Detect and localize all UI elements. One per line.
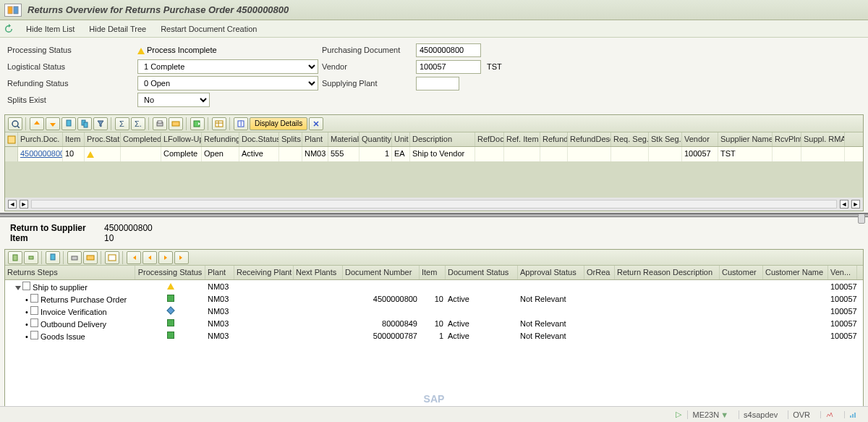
log-status-select[interactable]: 1 Complete: [137, 59, 318, 74]
col-rcvplnt[interactable]: RcvPlnt: [773, 132, 801, 146]
cell-procstat: [85, 147, 121, 161]
warning-icon: [137, 48, 145, 54]
hide-detail-tree-button[interactable]: Hide Detail Tree: [86, 23, 149, 35]
col-qty[interactable]: Quantity: [359, 132, 392, 146]
vscroll-handle[interactable]: [858, 214, 865, 224]
layout-icon[interactable]: [212, 117, 226, 130]
col-plant[interactable]: Plant: [302, 132, 328, 146]
chevron-down-icon[interactable]: [15, 286, 21, 290]
th-procstat[interactable]: Processing Status: [135, 266, 205, 279]
prev-icon[interactable]: [142, 251, 157, 264]
col-procstat[interactable]: Proc.Stat.: [85, 132, 121, 146]
col-refund[interactable]: Refund: [540, 132, 568, 146]
col-item[interactable]: Item: [63, 132, 85, 146]
print-icon[interactable]: [153, 117, 167, 130]
col-supplier[interactable]: Supplier Name: [718, 132, 773, 146]
find-next-icon[interactable]: [77, 117, 92, 130]
th-rcvplant[interactable]: Receiving Plant: [234, 266, 294, 279]
col-stkseg[interactable]: Stk Seg.: [649, 132, 682, 146]
display-details-button[interactable]: Display Details: [250, 117, 307, 130]
col-unit[interactable]: Unit: [392, 132, 410, 146]
col-vendor[interactable]: Vendor: [682, 132, 718, 146]
col-refunddesc[interactable]: RefundDesc: [568, 132, 611, 146]
splitter[interactable]: [0, 213, 868, 217]
find-tree-icon[interactable]: [46, 251, 60, 264]
last-icon[interactable]: [174, 251, 189, 264]
sb-icon2[interactable]: [844, 411, 862, 418]
first-icon[interactable]: [127, 251, 141, 264]
col-lfu[interactable]: LFollow-Up: [161, 132, 202, 146]
refresh-icon[interactable]: [3, 23, 14, 35]
th-steps[interactable]: Returns Steps: [5, 266, 135, 279]
subtotal-icon[interactable]: Σ.: [131, 117, 145, 130]
next-icon[interactable]: [158, 251, 173, 264]
cell-purchdoc[interactable]: 4500000800: [18, 147, 63, 161]
scroll-track[interactable]: [31, 200, 837, 208]
th-item[interactable]: Item: [420, 266, 446, 279]
doc-icon: [30, 318, 38, 327]
th-reason[interactable]: Return Reason Description: [615, 266, 720, 279]
close-icon[interactable]: [309, 117, 323, 130]
col-completed[interactable]: Completed: [121, 132, 161, 146]
collapse-all-icon[interactable]: [24, 251, 38, 264]
ref-status-select[interactable]: 0 Open: [137, 76, 318, 90]
print-tree-icon[interactable]: [67, 251, 82, 264]
info-icon[interactable]: i: [234, 117, 248, 130]
expand-all-icon[interactable]: [8, 251, 22, 264]
tree-row[interactable]: • Outbound DeliveryNM038000084910ActiveN…: [5, 317, 863, 329]
col-refunding[interactable]: Refunding: [202, 132, 239, 146]
sort-desc-icon[interactable]: [46, 117, 60, 130]
sum-icon[interactable]: Σ: [115, 117, 129, 130]
restart-doc-button[interactable]: Restart Document Creation: [158, 23, 260, 35]
splits-select[interactable]: No: [137, 93, 210, 107]
item-value: 10: [104, 233, 114, 243]
col-purchdoc[interactable]: Purch.Doc.: [18, 132, 63, 146]
col-docstatus[interactable]: Doc.Status: [239, 132, 279, 146]
svg-rect-27: [854, 413, 856, 418]
grid-row[interactable]: 4500000800 10 Complete Open Active NM03 …: [5, 147, 863, 161]
col-supplrma[interactable]: Suppl. RMA: [801, 132, 845, 146]
purch-doc-input[interactable]: [416, 43, 481, 57]
export-icon[interactable]: [190, 117, 205, 130]
col-config-icon[interactable]: [105, 251, 119, 264]
export-tree-icon[interactable]: [83, 251, 98, 264]
find-icon[interactable]: [61, 117, 76, 130]
view-icon[interactable]: [169, 117, 183, 130]
scroll-left-icon[interactable]: ◄: [8, 200, 17, 208]
col-refitem[interactable]: Ref. Item: [504, 132, 540, 146]
scroll-right2-icon[interactable]: ►: [851, 200, 860, 208]
tree-row[interactable]: • Goods IssueNM0350000007871ActiveNot Re…: [5, 329, 863, 342]
col-reqseg[interactable]: Req. Seg.: [611, 132, 649, 146]
menu-bar: Hide Item List Hide Detail Tree Restart …: [0, 20, 868, 38]
th-dstat[interactable]: Document Status: [446, 266, 518, 279]
filter-icon[interactable]: [93, 117, 108, 130]
sort-asc-icon[interactable]: [30, 117, 44, 130]
col-desc[interactable]: Description: [410, 132, 475, 146]
tree-row[interactable]: Ship to supplierNM03100057: [5, 280, 863, 292]
vendor-input[interactable]: [416, 60, 481, 74]
th-customer[interactable]: Customer: [720, 266, 763, 279]
select-all-icon[interactable]: [5, 132, 18, 146]
col-refdoc[interactable]: RefDoc: [475, 132, 504, 146]
col-splits[interactable]: Splits: [279, 132, 302, 146]
hide-item-list-button[interactable]: Hide Item List: [23, 23, 77, 35]
th-approval[interactable]: Approval Status: [518, 266, 584, 279]
row-selector[interactable]: [5, 147, 18, 161]
tree-row[interactable]: • Invoice VerificationNM03100057: [5, 305, 863, 317]
grid-toolbar: Σ Σ. i Display Details: [5, 115, 863, 132]
scroll-left2-icon[interactable]: ◄: [840, 200, 848, 208]
sb-icon1[interactable]: [820, 411, 838, 418]
svg-text:i: i: [240, 120, 242, 127]
grid-hscroll[interactable]: ◄ ► ◄ ►: [5, 198, 863, 211]
th-orrea[interactable]: OrRea: [584, 266, 615, 279]
tree-row[interactable]: • Returns Purchase OrderNM03450000080010…: [5, 292, 863, 305]
grid-empty: [5, 161, 863, 198]
details-icon[interactable]: [8, 117, 22, 130]
col-material[interactable]: Material: [328, 132, 359, 146]
th-nextplants[interactable]: Next Plants: [294, 266, 343, 279]
th-plant[interactable]: Plant: [205, 266, 234, 279]
th-custname[interactable]: Customer Name: [763, 266, 828, 279]
scroll-right-icon[interactable]: ►: [20, 200, 28, 208]
th-vendor[interactable]: Ven...: [828, 266, 857, 279]
th-docnum[interactable]: Document Number: [343, 266, 420, 279]
